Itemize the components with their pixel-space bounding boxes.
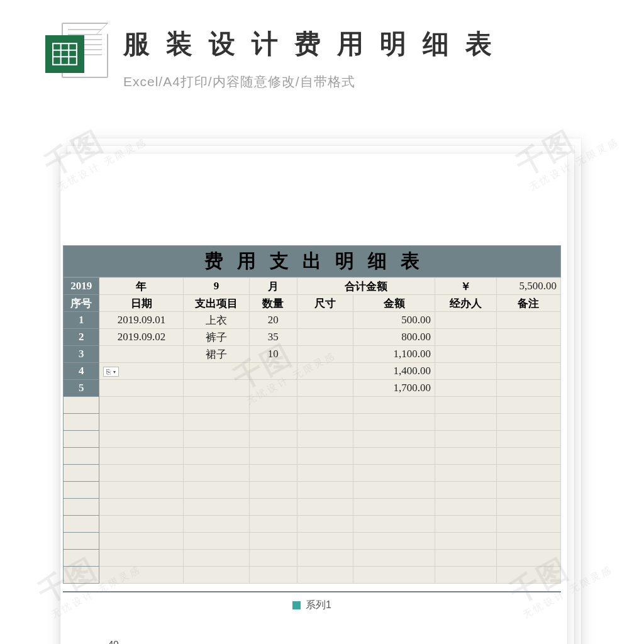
cell-amount[interactable]: 800.00 — [353, 329, 435, 346]
cell-date[interactable] — [99, 380, 184, 397]
empty-cell[interactable] — [249, 567, 297, 584]
empty-cell[interactable] — [297, 567, 353, 584]
cell-item[interactable]: 裙子 — [184, 346, 249, 363]
cell-note[interactable] — [496, 312, 560, 329]
cell-item[interactable]: 上衣 — [184, 312, 249, 329]
cell-note[interactable] — [496, 329, 560, 346]
cell-amount[interactable]: 1,100.00 — [353, 346, 435, 363]
empty-cell[interactable] — [184, 431, 249, 448]
empty-cell[interactable] — [184, 448, 249, 465]
empty-cell[interactable] — [353, 448, 435, 465]
table-row-empty[interactable] — [64, 499, 561, 516]
empty-cell[interactable] — [184, 397, 249, 414]
cell-qty[interactable] — [249, 380, 297, 397]
table-row-empty[interactable] — [64, 397, 561, 414]
empty-cell[interactable] — [435, 482, 497, 499]
empty-cell[interactable] — [496, 482, 560, 499]
empty-cell[interactable] — [353, 431, 435, 448]
empty-cell[interactable] — [297, 465, 353, 482]
table-row[interactable]: 22019.09.02裤子35800.00 — [64, 329, 561, 346]
table-row-empty[interactable] — [64, 550, 561, 567]
year-value-cell[interactable]: 2019 — [64, 278, 99, 295]
table-row-empty[interactable] — [64, 533, 561, 550]
empty-cell[interactable] — [184, 533, 249, 550]
empty-cell[interactable] — [249, 516, 297, 533]
empty-cell[interactable] — [496, 397, 560, 414]
table-row-empty[interactable] — [64, 414, 561, 431]
empty-cell[interactable] — [297, 431, 353, 448]
empty-cell[interactable] — [496, 431, 560, 448]
empty-cell[interactable] — [496, 567, 560, 584]
empty-cell[interactable] — [353, 499, 435, 516]
cell-date[interactable]: 2019.09.02 — [99, 329, 184, 346]
cell-size[interactable] — [297, 380, 353, 397]
empty-cell[interactable] — [99, 567, 184, 584]
empty-cell[interactable] — [353, 465, 435, 482]
empty-cell[interactable] — [496, 465, 560, 482]
table-row-empty[interactable] — [64, 516, 561, 533]
table-row-empty[interactable] — [64, 482, 561, 499]
empty-cell[interactable] — [99, 516, 184, 533]
empty-cell[interactable] — [184, 499, 249, 516]
table-row[interactable]: 4⎘▾1,400.00 — [64, 363, 561, 380]
cell-size[interactable] — [297, 312, 353, 329]
cell-date[interactable]: 2019.09.01 — [99, 312, 184, 329]
cell-agent[interactable] — [435, 363, 497, 380]
empty-cell[interactable] — [99, 431, 184, 448]
empty-cell[interactable] — [353, 533, 435, 550]
empty-cell[interactable] — [249, 533, 297, 550]
cell-size[interactable] — [297, 346, 353, 363]
table-row[interactable]: 51,700.00 — [64, 380, 561, 397]
cell-note[interactable] — [496, 380, 560, 397]
table-row[interactable]: 3裙子101,100.00 — [64, 346, 561, 363]
empty-cell[interactable] — [435, 431, 497, 448]
empty-cell[interactable] — [496, 550, 560, 567]
cell-item[interactable]: 裤子 — [184, 329, 249, 346]
cell-date[interactable] — [99, 346, 184, 363]
empty-cell[interactable] — [496, 533, 560, 550]
empty-cell[interactable] — [496, 448, 560, 465]
empty-cell[interactable] — [249, 448, 297, 465]
cell-amount[interactable]: 1,400.00 — [353, 363, 435, 380]
empty-cell[interactable] — [99, 550, 184, 567]
empty-cell[interactable] — [353, 567, 435, 584]
empty-cell[interactable] — [496, 414, 560, 431]
empty-cell[interactable] — [496, 516, 560, 533]
empty-cell[interactable] — [249, 482, 297, 499]
empty-cell[interactable] — [353, 482, 435, 499]
empty-cell[interactable] — [297, 482, 353, 499]
empty-cell[interactable] — [435, 499, 497, 516]
cell-qty[interactable]: 10 — [249, 346, 297, 363]
empty-cell[interactable] — [99, 414, 184, 431]
empty-cell[interactable] — [249, 397, 297, 414]
empty-cell[interactable] — [249, 465, 297, 482]
table-row[interactable]: 12019.09.01上衣20500.00 — [64, 312, 561, 329]
empty-cell[interactable] — [99, 397, 184, 414]
table-row-empty[interactable] — [64, 567, 561, 584]
empty-cell[interactable] — [184, 516, 249, 533]
empty-cell[interactable] — [297, 448, 353, 465]
empty-cell[interactable] — [249, 550, 297, 567]
empty-cell[interactable] — [297, 397, 353, 414]
table-row-empty[interactable] — [64, 431, 561, 448]
empty-cell[interactable] — [297, 414, 353, 431]
empty-cell[interactable] — [249, 499, 297, 516]
cell-date[interactable]: ⎘▾ — [99, 363, 184, 380]
empty-cell[interactable] — [297, 550, 353, 567]
empty-cell[interactable] — [435, 397, 497, 414]
empty-cell[interactable] — [297, 516, 353, 533]
cell-size[interactable] — [297, 329, 353, 346]
cell-agent[interactable] — [435, 329, 497, 346]
empty-cell[interactable] — [435, 567, 497, 584]
empty-cell[interactable] — [496, 499, 560, 516]
cell-agent[interactable] — [435, 346, 497, 363]
cell-qty[interactable]: 20 — [249, 312, 297, 329]
cell-note[interactable] — [496, 363, 560, 380]
month-value-cell[interactable]: 9 — [184, 278, 249, 295]
cell-note[interactable] — [496, 346, 560, 363]
cell-item[interactable] — [184, 380, 249, 397]
empty-cell[interactable] — [184, 414, 249, 431]
empty-cell[interactable] — [353, 550, 435, 567]
cell-amount[interactable]: 500.00 — [353, 312, 435, 329]
empty-cell[interactable] — [184, 567, 249, 584]
